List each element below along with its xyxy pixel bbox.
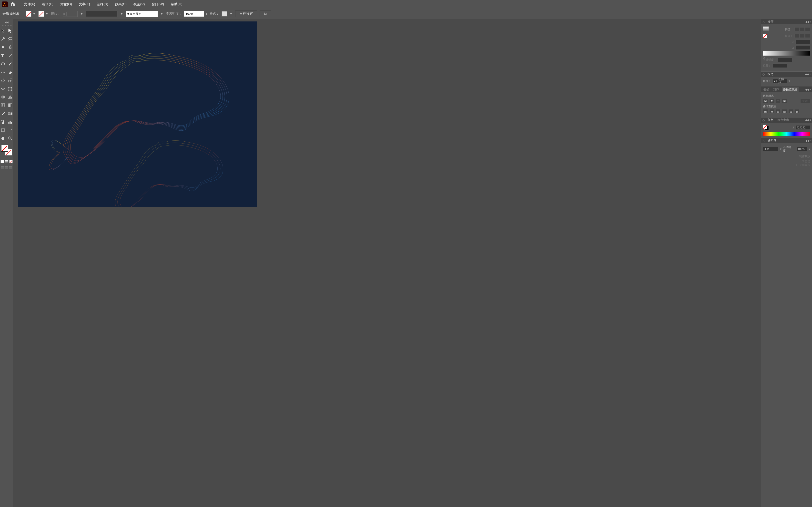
pf-trim[interactable]: ▤ [769, 109, 774, 114]
menu-effect[interactable]: 效果(C) [112, 1, 129, 8]
pen-tool[interactable] [0, 44, 6, 50]
type-tool[interactable]: T [0, 53, 6, 58]
style-dropdown[interactable]: ▾ [230, 11, 233, 16]
gradient-slider[interactable] [763, 51, 810, 56]
draw-normal[interactable] [1, 166, 4, 169]
stroke-weight-value[interactable]: ▲▼ 0.25 pt [772, 79, 787, 83]
home-icon[interactable] [10, 2, 15, 7]
column-graph-tool[interactable] [7, 119, 13, 125]
stroke-tab[interactable]: 描边 [767, 72, 774, 77]
stroke-weight-dropdown[interactable]: ▾ [80, 11, 84, 16]
lasso-tool[interactable] [7, 36, 13, 42]
color-mode-gradient[interactable] [5, 160, 8, 163]
eraser-tool[interactable] [7, 69, 13, 75]
blend-mode[interactable]: 正常 [763, 147, 778, 151]
grad-ratio[interactable] [796, 45, 810, 50]
grad-stop-opacity[interactable] [778, 58, 793, 62]
colorguide-tab[interactable]: 颜色参考 [776, 117, 790, 123]
grad-stroke-2[interactable] [800, 34, 805, 38]
selection-tool[interactable] [0, 28, 6, 34]
grad-stroke-1[interactable] [795, 34, 799, 38]
menu-type[interactable]: 文字(T) [76, 1, 93, 8]
align-tab[interactable]: 对齐 [772, 87, 780, 92]
color-tab[interactable]: 颜色 [767, 117, 774, 123]
pf-exclude[interactable]: ▣ [782, 99, 787, 103]
line-tool[interactable] [7, 53, 13, 58]
fill-swatch[interactable] [26, 11, 32, 17]
hex-input[interactable] [796, 125, 810, 130]
panel-menu-icon[interactable]: ◀◀ ≡ [805, 88, 811, 91]
magic-wand-tool[interactable] [0, 36, 6, 42]
hue-slider[interactable] [763, 132, 810, 136]
menu-window[interactable]: 窗口(W) [149, 1, 167, 8]
color-mode-solid[interactable] [0, 160, 4, 163]
direct-selection-tool[interactable] [7, 28, 13, 34]
grad-free-btn[interactable] [805, 27, 810, 31]
pf-intersect[interactable]: ◫ [776, 99, 780, 103]
pf-outline[interactable]: ▨ [788, 109, 793, 114]
menu-select[interactable]: 选择(S) [94, 1, 111, 8]
scale-tool[interactable] [7, 77, 13, 83]
menu-object[interactable]: 对象(O) [57, 1, 75, 8]
opacity-input[interactable]: 100% [184, 11, 204, 16]
gradient-tool[interactable] [7, 102, 13, 108]
stroke-weight-input[interactable]: ▲▼ [63, 11, 78, 17]
fill-color[interactable] [1, 145, 8, 152]
draw-inside[interactable] [9, 166, 12, 169]
color-mode-none[interactable] [9, 160, 13, 163]
panel-menu-icon[interactable]: ◀◀ ≡ [805, 73, 811, 75]
pf-minusback[interactable]: ▩ [795, 109, 800, 114]
panel-menu-icon[interactable]: ◀◀ ≡ [805, 20, 811, 23]
grad-stroke-3[interactable] [805, 34, 810, 38]
panel-menu-icon[interactable]: ◀◀ ≡ [805, 119, 811, 121]
opacity-arrow[interactable]: › [206, 12, 207, 16]
blend-tool[interactable] [7, 111, 13, 116]
free-transform-tool[interactable] [7, 86, 13, 92]
symbol-sprayer-tool[interactable] [0, 119, 6, 125]
menu-help[interactable]: 帮助(H) [168, 1, 185, 8]
grad-radial-btn[interactable] [800, 27, 805, 31]
vwp-dropdown[interactable]: ▾ [120, 11, 123, 16]
invert-check[interactable]: ☐ 反相蒙版 [763, 163, 810, 167]
brush-dropdown[interactable]: ▾ [160, 11, 163, 16]
artboard[interactable] [18, 21, 257, 207]
toolbox-collapse[interactable]: ◀◀ [5, 21, 8, 24]
fill-dropdown[interactable]: ▾ [33, 11, 36, 16]
curvature-tool[interactable] [7, 44, 13, 50]
transparency-tab[interactable]: 透明度 [767, 138, 777, 143]
pathfinder-tab[interactable]: 路径查找器 [782, 87, 799, 92]
pf-merge[interactable]: ▥ [776, 109, 780, 114]
artboard-tool[interactable] [0, 127, 6, 133]
stroke-dropdown[interactable]: ▾ [45, 11, 49, 16]
hand-tool[interactable] [0, 135, 6, 142]
draw-behind[interactable] [5, 166, 8, 169]
grad-angle[interactable] [796, 40, 810, 44]
grad-stop-position[interactable] [772, 63, 787, 68]
trans-opac-value[interactable]: 100% [796, 147, 808, 151]
perspective-tool[interactable] [7, 94, 13, 100]
stroke-swatch[interactable] [38, 11, 44, 17]
gradient-tab[interactable]: 渐变 [767, 19, 774, 24]
brush-tool[interactable] [7, 61, 13, 67]
eyedropper-tool[interactable] [0, 111, 6, 116]
pf-divide[interactable]: ▦ [763, 109, 768, 114]
stroke-label[interactable]: 描边： [51, 11, 60, 16]
grad-linear-btn[interactable] [795, 27, 799, 31]
ellipse-tool[interactable] [0, 61, 6, 67]
pf-unite[interactable]: ◪ [763, 99, 768, 103]
color-well[interactable] [1, 145, 12, 156]
gradient-thumb[interactable] [763, 26, 769, 32]
menu-file[interactable]: 文件(F) [21, 1, 38, 8]
variable-width-profile[interactable] [86, 11, 117, 17]
transform-tab[interactable]: 变换 [762, 87, 770, 92]
clip-check[interactable]: ☐ 剪切 [763, 160, 810, 163]
rotate-tool[interactable] [0, 77, 6, 83]
style-swatch[interactable] [221, 11, 227, 16]
canvas-area[interactable] [13, 19, 761, 507]
zoom-tool[interactable] [7, 135, 13, 142]
menu-view[interactable]: 视图(V) [131, 1, 148, 8]
shape-builder-tool[interactable] [0, 94, 6, 100]
prefs-button[interactable]: 首 [260, 10, 271, 17]
pf-expand[interactable]: 扩展 [800, 99, 810, 103]
pf-minus[interactable]: ◩ [769, 99, 774, 103]
